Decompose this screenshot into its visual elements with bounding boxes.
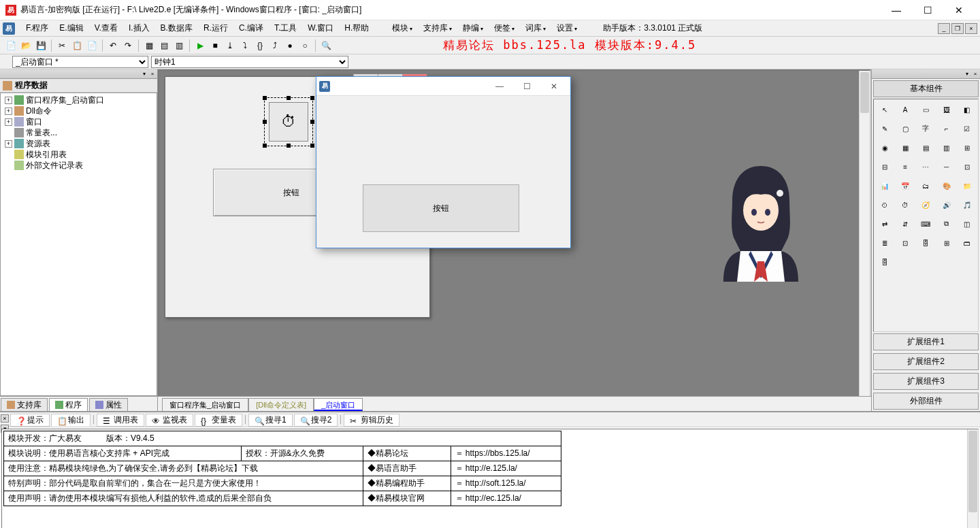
save-button[interactable]: 💾 (34, 39, 48, 52)
palette-item[interactable]: 🧭 (917, 197, 934, 212)
palette-item[interactable]: ↖ (877, 102, 893, 117)
project-tree[interactable]: +窗口程序集_启动窗口+Dll命令+窗口常量表...+资源表模块引用表外部文件记… (0, 93, 157, 396)
palette-item[interactable]: ⌨ (917, 216, 934, 231)
menu-database[interactable]: B.数据库 (155, 22, 198, 34)
pane-pin-icon[interactable]: ▾ (964, 71, 970, 78)
pane-close-icon[interactable]: × (149, 71, 156, 78)
palette-item[interactable]: 🗂 (917, 178, 934, 193)
palette-item[interactable]: 🗃 (959, 235, 975, 250)
new-button[interactable]: 📄 (4, 39, 18, 52)
palette-item[interactable]: ◧ (959, 102, 975, 117)
tree-node[interactable]: +资源表 (2, 138, 155, 149)
palette-item[interactable]: ⊟ (877, 159, 893, 174)
step-button[interactable]: ⤓ (223, 39, 237, 52)
palette-item[interactable]: 🎵 (959, 197, 975, 212)
paste-button[interactable]: 📄 (85, 39, 99, 52)
close-button[interactable]: ✕ (943, 1, 975, 20)
runtime-window[interactable]: 易 — ☐ ✕ 按钮 (316, 76, 571, 248)
bottom-close-icon[interactable]: × (1, 414, 9, 423)
palette-item[interactable]: 🎨 (938, 178, 955, 193)
expand-icon[interactable]: + (5, 108, 12, 115)
tree-node[interactable]: 常量表... (2, 127, 155, 138)
palette-item[interactable]: ✎ (877, 121, 893, 136)
palette-item[interactable]: ▢ (897, 121, 913, 136)
menu-insert[interactable]: I.插入 (123, 22, 155, 34)
menu-module[interactable]: 模块 (388, 22, 419, 34)
bottom-tab[interactable]: 🔍搜寻1 (248, 414, 293, 427)
stop-button[interactable]: ■ (208, 39, 222, 52)
palette-item[interactable]: ▥ (938, 140, 955, 155)
palette-group-ext3[interactable]: 扩展组件3 (873, 373, 979, 390)
palette-item[interactable]: ⇄ (877, 216, 893, 231)
copy-button[interactable]: 📋 (70, 39, 84, 52)
menu-program[interactable]: F.程序 (20, 22, 54, 34)
mdi-restore-button[interactable]: ❐ (951, 23, 964, 34)
breakpoint-button[interactable]: ● (283, 39, 297, 52)
left-tab[interactable]: 支持库 (1, 398, 48, 411)
expand-icon[interactable]: + (5, 140, 12, 148)
menu-run[interactable]: R.运行 (198, 22, 233, 34)
tree-node[interactable]: +窗口 (2, 116, 155, 127)
palette-item[interactable]: 字 (917, 121, 934, 136)
palette-item[interactable]: ▭ (917, 102, 934, 117)
run-button[interactable]: ▶ (193, 39, 207, 52)
palette-item[interactable]: 📊 (877, 178, 893, 193)
palette-item[interactable]: ⊡ (959, 159, 975, 174)
palette-item[interactable]: ⏱ (897, 197, 913, 212)
menu-support[interactable]: 支持库 (419, 22, 459, 34)
palette-item[interactable]: 🗄 (917, 235, 934, 250)
window-selector[interactable]: _启动窗口 * (12, 56, 148, 68)
doc-tab[interactable]: [Dll命令定义表] (248, 398, 314, 411)
undo-button[interactable]: ↶ (106, 39, 120, 52)
designer-area[interactable]: _ ☐ × ⏱ 按钮 易 — ☐ ✕ (158, 69, 871, 411)
center-scrollbar[interactable] (859, 71, 870, 410)
bottom-tab[interactable]: {}变量表 (195, 414, 242, 427)
runtime-close-button[interactable]: ✕ (540, 78, 568, 95)
menu-view[interactable]: V.查看 (89, 22, 123, 34)
left-tab[interactable]: 属性 (89, 398, 128, 411)
palette-group-basic[interactable]: 基本组件 (873, 80, 979, 97)
expand-icon[interactable]: + (5, 118, 12, 126)
mdi-minimize-button[interactable]: _ (938, 23, 950, 34)
palette-item[interactable]: ⌐ (938, 121, 955, 136)
component-selector[interactable]: 时钟1 (151, 56, 348, 68)
output-pane[interactable]: 模块开发：广大易友 版本：V9.4.5模块说明：使用易语言核心支持库 + API… (1, 429, 979, 528)
palette-item[interactable]: ⋯ (917, 159, 934, 174)
open-button[interactable]: 📂 (19, 39, 33, 52)
menu-static[interactable]: 静编 (459, 22, 490, 34)
palette-item[interactable]: ⊞ (959, 140, 975, 155)
stepin-button[interactable]: {} (253, 39, 267, 52)
menu-tools[interactable]: T.工具 (269, 22, 302, 34)
runtime-titlebar[interactable]: 易 — ☐ ✕ (316, 77, 570, 96)
layout1-button[interactable]: ▦ (142, 39, 156, 52)
expand-icon[interactable]: + (5, 97, 12, 104)
palette-item[interactable]: 📅 (897, 178, 913, 193)
tree-node[interactable]: 模块引用表 (2, 149, 155, 160)
palette-group-external[interactable]: 外部组件 (873, 393, 979, 410)
bottom-tab[interactable]: 👁监视表 (146, 414, 193, 427)
tree-node[interactable]: +Dll命令 (2, 105, 155, 116)
palette-item[interactable]: ☑ (959, 121, 975, 136)
palette-group-ext2[interactable]: 扩展组件2 (873, 353, 979, 370)
doc-tab[interactable]: _启动窗口 (314, 398, 363, 411)
output-scrollbar[interactable] (967, 429, 978, 528)
palette-item[interactable]: ▤ (917, 140, 934, 155)
stepover-button[interactable]: ⤵ (238, 39, 252, 52)
bottom-tab[interactable]: 🔍搜寻2 (294, 414, 338, 427)
menu-compile[interactable]: C.编译 (233, 22, 269, 34)
palette-item[interactable]: ≣ (877, 235, 893, 250)
palette-item[interactable]: ⇵ (897, 216, 913, 231)
tree-node[interactable]: +窗口程序集_启动窗口 (2, 95, 155, 105)
palette-item[interactable]: ─ (938, 159, 955, 174)
palette-item[interactable]: 🔊 (938, 197, 955, 212)
timer-component[interactable]: ⏱ (264, 97, 313, 146)
palette-item[interactable]: 🖼 (938, 102, 955, 117)
menu-settings[interactable]: 设置 (553, 22, 584, 34)
pane-close-icon[interactable]: × (972, 71, 979, 78)
doc-tab[interactable]: 窗口程序集_启动窗口 (162, 398, 248, 411)
menu-dict[interactable]: 词库 (521, 22, 553, 34)
layout2-button[interactable]: ▤ (157, 39, 171, 52)
bottom-tab[interactable]: ❓提示 (10, 414, 50, 427)
palette-item[interactable]: 📁 (959, 178, 975, 193)
menu-edit[interactable]: E.编辑 (54, 22, 88, 34)
